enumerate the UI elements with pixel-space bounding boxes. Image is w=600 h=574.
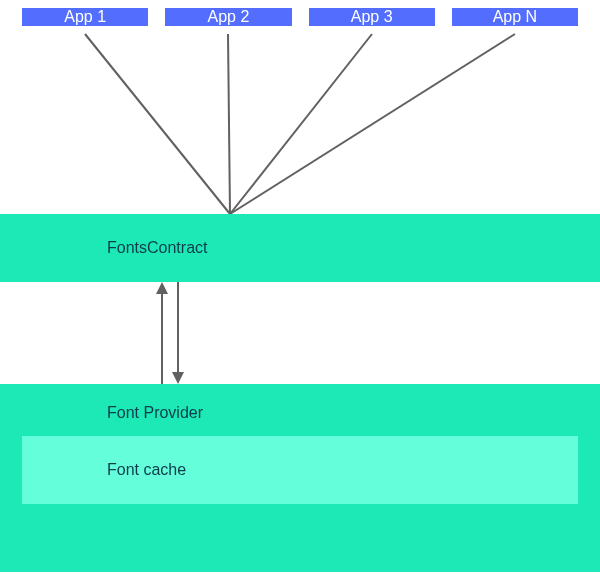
svg-line-1 [228,34,230,214]
svg-line-3 [230,34,515,214]
fonts-contract-box: FontsContract [0,214,600,282]
app-label: App N [493,8,537,26]
svg-marker-5 [156,282,168,294]
fonts-contract-label: FontsContract [107,239,207,257]
diagram-canvas: App 1 App 2 App 3 App N FontsContract Fo… [0,0,600,574]
svg-line-0 [85,34,230,214]
font-provider-box: Font Provider Font cache [0,384,600,572]
app-box-n: App N [452,8,578,26]
app-box-3: App 3 [309,8,435,26]
app-row: App 1 App 2 App 3 App N [22,0,578,34]
font-cache-label: Font cache [107,461,186,479]
svg-line-2 [230,34,372,214]
app-box-1: App 1 [22,8,148,26]
font-cache-box: Font cache [22,436,578,504]
app-label: App 1 [64,8,106,26]
svg-marker-7 [172,372,184,384]
app-label: App 3 [351,8,393,26]
app-label: App 2 [207,8,249,26]
app-box-2: App 2 [165,8,291,26]
font-provider-label: Font Provider [107,404,203,422]
